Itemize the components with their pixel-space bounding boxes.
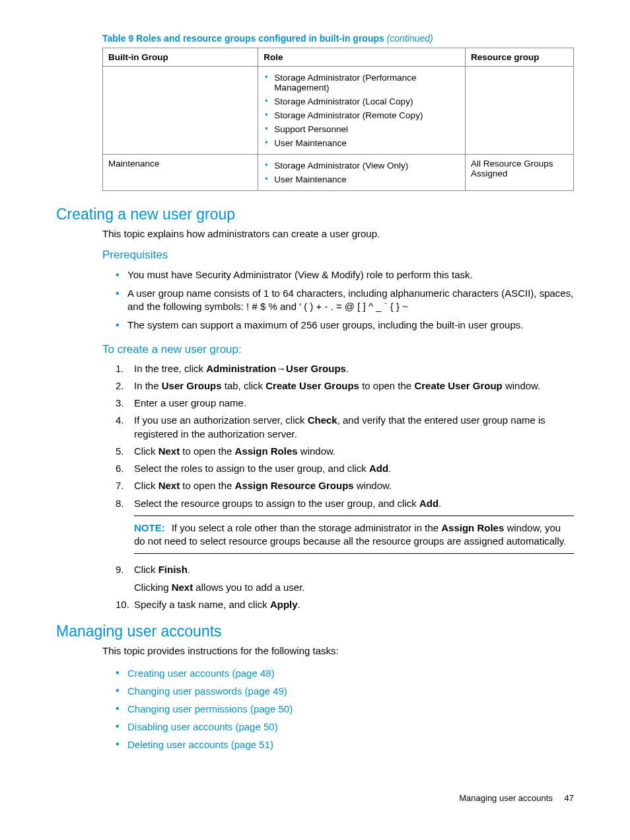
role-item: Storage Administrator (View Only) [274, 159, 460, 172]
step-item: Click Next to open the Assign Resource G… [116, 477, 574, 494]
link-changing-user-passwords[interactable]: Changing user passwords (page 49) [127, 685, 287, 697]
step-item: Select the roles to assign to the user g… [116, 460, 574, 477]
cell-group [103, 67, 258, 155]
footer-page-number: 47 [565, 793, 574, 803]
col-resource-group: Resource group [466, 48, 574, 67]
col-role: Role [258, 48, 466, 67]
step-subtext: Clicking Next allows you to add a user. [134, 581, 574, 594]
cell-rg [466, 67, 574, 155]
table-caption-continued: (continued) [387, 33, 433, 44]
col-built-in-group: Built-in Group [103, 48, 258, 67]
prereq-item: A user group name consists of 1 to 64 ch… [116, 284, 574, 317]
prereq-list: You must have Security Administrator (Vi… [116, 266, 574, 335]
prereq-item: The system can support a maximum of 256 … [116, 316, 574, 334]
step-item: Click Next to open the Assign Roles wind… [116, 443, 574, 460]
step-item: Specify a task name, and click Apply. [116, 596, 574, 613]
cell-roles: Storage Administrator (View Only) User M… [258, 155, 466, 191]
link-item: Creating user accounts (page 48) [116, 664, 574, 682]
note-label: NOTE: [134, 522, 165, 533]
link-item: Disabling user accounts (page 50) [116, 718, 574, 736]
prereq-item: You must have Security Administrator (Vi… [116, 266, 574, 284]
step-item: If you use an authorization server, clic… [116, 412, 574, 443]
note-box: NOTE:If you select a role other than the… [134, 515, 574, 554]
heading-managing-user-accounts: Managing user accounts [56, 623, 574, 640]
step-item: Select the resource groups to assign to … [116, 495, 574, 562]
table-header-row: Built-in Group Role Resource group [103, 48, 574, 67]
heading-prerequisites: Prerequisites [102, 248, 574, 262]
roles-table: Built-in Group Role Resource group Stora… [102, 48, 574, 191]
role-item: User Maintenance [274, 136, 460, 150]
table-row: Storage Administrator (Performance Manag… [103, 67, 574, 155]
cell-rg: All Resource Groups Assigned [466, 155, 574, 191]
link-disabling-user-accounts[interactable]: Disabling user accounts (page 50) [127, 721, 278, 732]
role-item: Support Personnel [274, 122, 460, 136]
steps-list: In the tree, click Administration→User G… [116, 360, 574, 614]
link-item: Deleting user accounts (page 51) [116, 736, 574, 753]
step-item: Click Finish. Clicking Next allows you t… [116, 561, 574, 596]
table-row: Maintenance Storage Administrator (View … [103, 155, 574, 191]
heading-creating-user-group: Creating a new user group [56, 206, 574, 223]
link-item: Changing user permissions (page 50) [116, 700, 574, 718]
link-changing-user-permissions[interactable]: Changing user permissions (page 50) [127, 703, 293, 714]
footer-label: Managing user accounts [459, 793, 553, 803]
cell-roles: Storage Administrator (Performance Manag… [258, 67, 466, 155]
role-item: User Maintenance [274, 172, 460, 186]
table-caption-main: Table 9 Roles and resource groups config… [102, 33, 384, 44]
link-deleting-user-accounts[interactable]: Deleting user accounts (page 51) [127, 739, 273, 750]
role-item: Storage Administrator (Remote Copy) [274, 108, 460, 122]
step-item: In the tree, click Administration→User G… [116, 360, 574, 377]
role-item: Storage Administrator (Local Copy) [274, 95, 460, 108]
heading-to-create: To create a new user group: [102, 343, 574, 356]
table-caption: Table 9 Roles and resource groups config… [102, 33, 574, 44]
link-item: Changing user passwords (page 49) [116, 682, 574, 700]
cell-group: Maintenance [103, 155, 258, 191]
step-item: Enter a user group name. [116, 395, 574, 412]
intro-text: This topic explains how administrators c… [102, 227, 574, 241]
link-creating-user-accounts[interactable]: Creating user accounts (page 48) [127, 668, 275, 679]
intro-text-2: This topic provides instructions for the… [102, 644, 574, 658]
links-list: Creating user accounts (page 48) Changin… [116, 664, 574, 753]
role-item: Storage Administrator (Performance Manag… [274, 71, 460, 95]
step-item: In the User Groups tab, click Create Use… [116, 377, 574, 395]
page-footer: Managing user accounts 47 [56, 793, 574, 803]
